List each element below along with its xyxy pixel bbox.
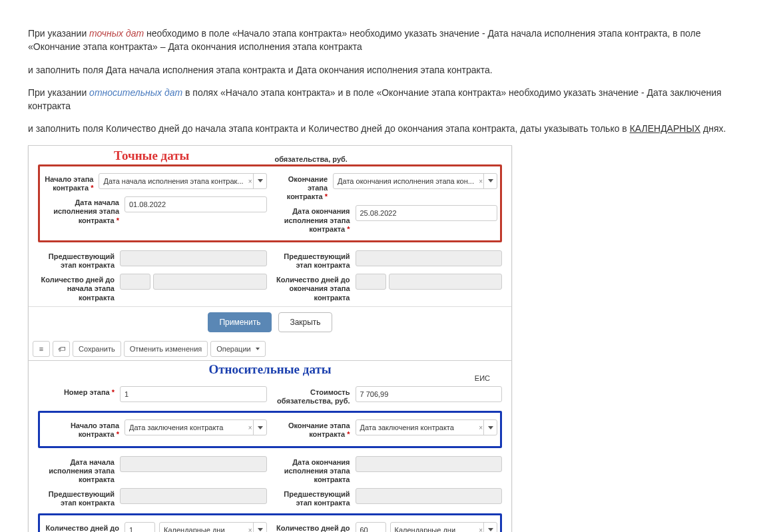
input-stage-number[interactable]: 1 [120, 386, 267, 402]
label-prev-stage: Предшествующий этап контракта [38, 488, 115, 507]
cancel-changes-button[interactable]: Отменить изменения [124, 341, 208, 357]
text: При указании [28, 87, 89, 98]
emphasis-exact-dates: точных дат [89, 28, 144, 39]
underline-calendar: КАЛЕНДАРНЫХ [630, 123, 700, 134]
chevron-down-icon[interactable] [483, 522, 497, 532]
apply-button[interactable]: Применить [208, 312, 272, 332]
highlight-box-exact: Начало этапа контракта Дата начала испол… [38, 164, 502, 242]
paragraph-3: При указании относительных дат в полях «… [28, 86, 741, 113]
select-value: Дата заключения контракта [356, 419, 498, 435]
clear-icon[interactable]: × [248, 177, 252, 184]
input-days-start[interactable]: 1 [125, 522, 155, 532]
input-prev-stage [356, 488, 503, 504]
clear-icon[interactable]: × [479, 177, 483, 184]
input-end-date [356, 456, 503, 472]
input-prev-stage [356, 250, 503, 266]
clear-icon[interactable]: × [479, 526, 483, 532]
clear-icon[interactable]: × [248, 424, 252, 431]
select-start-stage[interactable]: Дата начала исполнения этапа контрак... … [99, 173, 266, 189]
chevron-down-icon[interactable] [483, 173, 497, 189]
chevron-down-icon[interactable] [253, 173, 267, 189]
input-days-start-type [153, 274, 267, 290]
label-prev-stage: Предшествующий этап контракта [274, 250, 350, 270]
input-cost[interactable]: 7 706,99 [356, 386, 503, 402]
button-bar: Применить Закрыть [29, 306, 511, 338]
label-stage-number: Номер этапа [38, 386, 115, 397]
input-start-date[interactable]: 01.08.2022 [125, 196, 267, 212]
obligation-cost-label: обязательства, руб. [275, 155, 503, 163]
label-prev-stage: Предшествующий этап контракта [274, 488, 350, 507]
chevron-down-icon[interactable] [483, 419, 497, 435]
chevron-down-icon[interactable] [253, 522, 267, 532]
select-days-start-type[interactable]: Календарные дни × [159, 522, 267, 532]
input-days-end[interactable]: 60 [356, 522, 386, 532]
input-prev-stage [120, 488, 267, 504]
label-prev-stage: Предшествующий этап контракта [38, 250, 115, 270]
screenshot-title-exact: Точные даты [38, 146, 266, 163]
emphasis-relative-dates: относительных дат [89, 87, 182, 98]
label-end-stage: Окончание этапа контракта [274, 419, 350, 439]
select-start-stage[interactable]: Дата заключения контракта × [125, 419, 267, 435]
label-days-end: Количество дней до окончания этапа контр… [274, 274, 350, 302]
input-end-date[interactable]: 25.08.2022 [356, 205, 498, 221]
label-end-date: Дата окончания исполнения этапа контракт… [274, 456, 350, 485]
close-button[interactable]: Закрыть [278, 312, 332, 332]
label-days-start: Количество дней до начала этапа контракт… [43, 522, 119, 532]
label-cost: Стоимость обязательства, руб. [274, 386, 350, 405]
label-end-date: Дата окончания исполнения этапа контракт… [274, 205, 350, 234]
select-end-stage[interactable]: Дата заключения контракта × [356, 419, 498, 435]
input-days-end [356, 274, 386, 290]
select-days-end-type[interactable]: Календарные дни × [390, 522, 498, 532]
highlight-box-relative-start-end: Начало этапа контракта Дата заключения к… [38, 411, 502, 447]
text: днях. [700, 123, 726, 134]
label-start-stage: Начало этапа контракта [43, 419, 119, 439]
input-days-end-type [389, 274, 503, 290]
toolbar: ≡ 🏷 Сохранить Отменить изменения Операци… [29, 338, 511, 361]
tag-icon[interactable]: 🏷 [53, 341, 70, 357]
label-start-date: Дата начала исполнения этапа контракта [43, 196, 119, 225]
highlight-box-relative-days: Количество дней до начала этапа контракт… [38, 513, 502, 532]
paragraph-4: и заполнить поля Количество дней до нача… [28, 122, 741, 135]
input-start-date [120, 456, 267, 472]
paragraph-1: При указании точных дат необходимо в пол… [28, 27, 741, 54]
select-value: Дата заключения контракта [125, 419, 267, 435]
select-value: Дата начала исполнения этапа контрак... [99, 173, 266, 189]
chevron-down-icon[interactable] [253, 419, 267, 435]
select-end-stage[interactable]: Дата окончания исполнения этапа кон... × [333, 173, 497, 189]
input-prev-stage [120, 250, 267, 266]
text: и заполнить поля Количество дней до нача… [28, 123, 630, 134]
operations-dropdown[interactable]: Операции [210, 341, 265, 357]
screenshot-exact-dates: Точные даты обязательства, руб. Начало э… [28, 145, 512, 532]
label-start-stage: Начало этапа контракта [43, 173, 93, 192]
save-button[interactable]: Сохранить [73, 341, 121, 357]
clear-icon[interactable]: × [248, 526, 252, 532]
label-end-stage: Окончание этапа контракта [274, 173, 328, 202]
label-days-start: Количество дней до начала этапа контракт… [38, 274, 115, 302]
menu-icon[interactable]: ≡ [33, 341, 50, 357]
clear-icon[interactable]: × [479, 424, 483, 431]
label-start-date: Дата начала исполнения этапа контракта [38, 456, 115, 485]
label-days-end: Количество дней до окончания этапа контр… [274, 522, 350, 532]
select-value: Дата окончания исполнения этапа кон... [333, 173, 497, 189]
input-days-start [120, 274, 150, 290]
text: При указании [28, 28, 89, 39]
paragraph-2: и заполнить поля Дата начала исполнения … [28, 63, 741, 77]
